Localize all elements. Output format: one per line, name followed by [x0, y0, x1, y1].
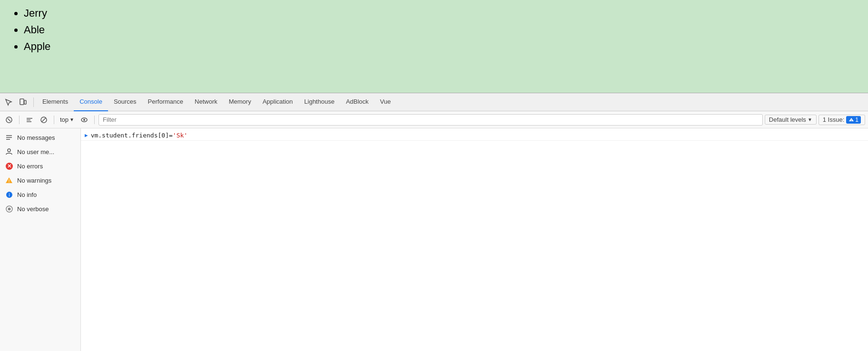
- svg-rect-18: [9, 179, 10, 181]
- chevron-down-icon: ▼: [808, 117, 812, 122]
- svg-rect-1: [24, 100, 26, 104]
- filter-input[interactable]: [99, 114, 763, 126]
- list-item: Jerry: [24, 5, 858, 21]
- warning-icon: [5, 176, 13, 185]
- list-item: Able: [24, 21, 858, 38]
- messages-icon: [5, 133, 13, 142]
- tab-performance[interactable]: Performance: [142, 93, 189, 111]
- svg-point-24: [8, 207, 10, 210]
- svg-rect-6: [27, 121, 31, 122]
- expand-arrow[interactable]: ▶: [85, 132, 88, 138]
- console-toolbar: top ▼ Default levels ▼ 1 Issue: 1: [0, 111, 868, 128]
- eye-icon[interactable]: [78, 114, 90, 126]
- sidebar-item-info[interactable]: No info: [0, 187, 80, 202]
- block-icon[interactable]: [38, 114, 50, 126]
- svg-line-3: [8, 118, 10, 121]
- svg-rect-11: [851, 119, 852, 121]
- info-icon: [5, 190, 13, 199]
- error-icon: ✕: [5, 162, 13, 170]
- sidebar-item-messages[interactable]: No messages: [0, 130, 80, 145]
- svg-rect-0: [20, 99, 24, 105]
- toolbar-divider: [19, 116, 20, 124]
- tab-divider: [33, 98, 34, 107]
- tab-console[interactable]: Console: [74, 93, 108, 111]
- console-code: vm.student.friends[0]='Sk': [91, 132, 188, 139]
- svg-rect-12: [851, 121, 852, 121]
- user-icon: [5, 147, 13, 156]
- svg-rect-21: [9, 194, 10, 196]
- sidebar-item-errors[interactable]: ✕ No errors: [0, 159, 80, 173]
- console-sidebar: No messages No user me... ✕ No errors: [0, 128, 81, 351]
- tab-memory[interactable]: Memory: [223, 93, 257, 111]
- inspect-element-icon[interactable]: [2, 96, 15, 109]
- console-body: No messages No user me... ✕ No errors: [0, 128, 868, 351]
- chevron-down-icon: ▼: [69, 117, 74, 122]
- svg-rect-5: [27, 119, 30, 120]
- console-entry: ▶ vm.student.friends[0]='Sk': [81, 130, 868, 141]
- svg-point-10: [83, 119, 85, 121]
- tab-adblock[interactable]: AdBlock: [340, 93, 375, 111]
- tab-elements[interactable]: Elements: [37, 93, 74, 111]
- default-levels-button[interactable]: Default levels ▼: [765, 115, 817, 125]
- svg-line-8: [42, 118, 46, 122]
- tab-sources[interactable]: Sources: [108, 93, 142, 111]
- device-toolbar-icon[interactable]: [16, 96, 30, 109]
- svg-rect-19: [9, 182, 10, 183]
- sidebar-item-user[interactable]: No user me...: [0, 145, 80, 159]
- issues-badge[interactable]: 1 Issue: 1: [819, 115, 865, 125]
- list-item: Apple: [24, 38, 858, 55]
- collapse-icon[interactable]: [23, 114, 36, 126]
- issues-count: 1: [846, 116, 861, 124]
- tab-application[interactable]: Application: [257, 93, 299, 111]
- svg-rect-4: [27, 118, 32, 119]
- tab-lighthouse[interactable]: Lighthouse: [298, 93, 340, 111]
- list: Jerry Able Apple: [10, 5, 858, 55]
- toolbar-divider-2: [54, 116, 54, 124]
- clear-console-icon[interactable]: [3, 114, 15, 126]
- sidebar-item-warnings[interactable]: No warnings: [0, 173, 80, 187]
- devtools-tab-bar: Elements Console Sources Performance Net…: [0, 93, 868, 111]
- tab-network[interactable]: Network: [189, 93, 223, 111]
- sidebar-item-verbose[interactable]: No verbose: [0, 202, 80, 216]
- svg-rect-22: [9, 193, 10, 194]
- tab-vue[interactable]: Vue: [375, 93, 397, 111]
- devtools-panel: Elements Console Sources Performance Net…: [0, 93, 868, 351]
- svg-point-16: [8, 149, 10, 152]
- top-selector[interactable]: top ▼: [58, 115, 76, 124]
- verbose-icon: [5, 205, 13, 213]
- page-content: Jerry Able Apple: [0, 0, 868, 93]
- toolbar-divider-3: [94, 116, 95, 124]
- console-main: ▶ vm.student.friends[0]='Sk': [81, 128, 868, 351]
